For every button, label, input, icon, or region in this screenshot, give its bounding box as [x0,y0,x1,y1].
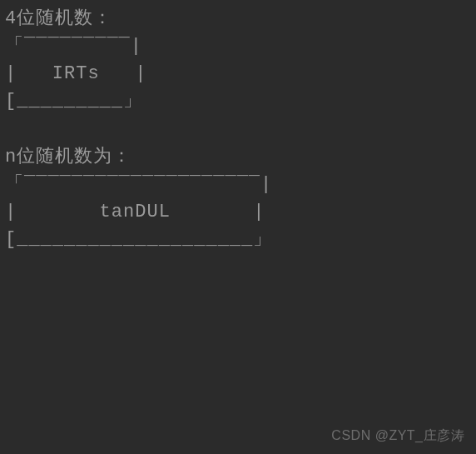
section2-box-bottom: [____________________」 [5,226,476,253]
watermark: CSDN @ZYT_庄彦涛 [331,426,464,446]
section1-box-middle: | IRTs | [5,60,476,87]
section1-title: 4位随机数： [5,5,476,32]
section2-box-top: 「‾‾‾‾‾‾‾‾‾‾‾‾‾‾‾‾‾‾‾‾| [5,171,476,198]
section2-box-middle: | tanDUL | [5,198,476,226]
section1-box-top: 「‾‾‾‾‾‾‾‾‾| [5,32,476,60]
section1-box-bottom: [_________」 [5,87,476,115]
section-spacer [5,115,476,143]
section2-title: n位随机数为： [5,143,476,171]
